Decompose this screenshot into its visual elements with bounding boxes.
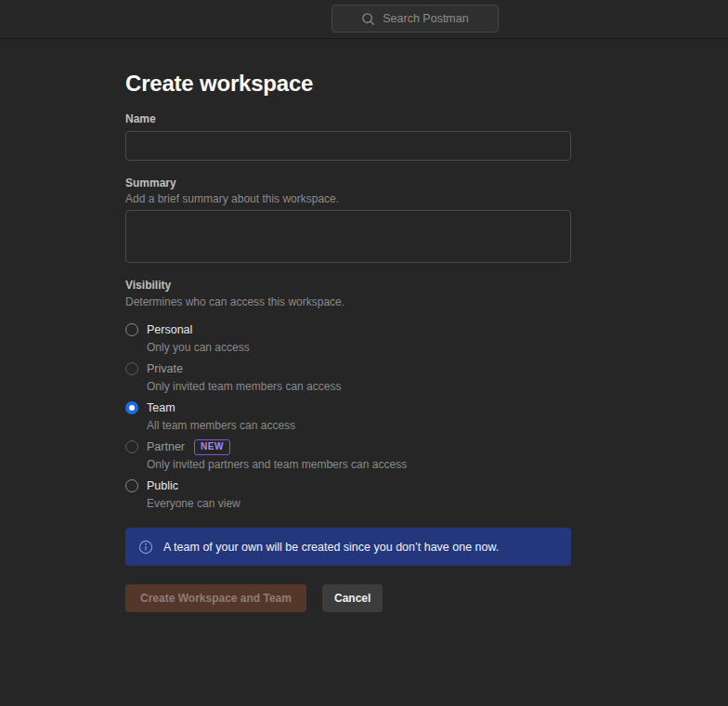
radio-private[interactable]	[125, 362, 138, 375]
option-label: Team	[147, 400, 176, 415]
create-workspace-and-team-button[interactable]: Create Workspace and Team	[125, 584, 306, 612]
option-description: Everyone can view	[147, 497, 571, 511]
visibility-label: Visibility	[125, 279, 571, 293]
summary-field[interactable]	[125, 210, 571, 263]
top-bar: Search Postman	[0, 0, 728, 39]
option-description: Only invited team members can access	[147, 380, 571, 394]
radio-team-selected[interactable]	[125, 401, 138, 414]
visibility-option-public[interactable]: Public Everyone can view	[125, 478, 571, 511]
option-description: Only you can access	[147, 341, 571, 355]
option-description: Only invited partners and team members c…	[147, 458, 571, 472]
visibility-options: Personal Only you can access Private Onl…	[125, 322, 571, 511]
visibility-option-private[interactable]: Private Only invited team members can ac…	[125, 361, 571, 394]
option-label: Partner	[147, 439, 185, 454]
visibility-option-partner[interactable]: Partner NEW Only invited partners and te…	[125, 439, 571, 472]
team-creation-notice: A team of your own will be created since…	[125, 528, 571, 566]
visibility-option-personal[interactable]: Personal Only you can access	[125, 322, 571, 355]
option-description: All team members can access	[147, 419, 571, 433]
name-field[interactable]	[125, 131, 571, 161]
radio-personal[interactable]	[125, 323, 138, 336]
summary-label: Summary	[125, 176, 571, 190]
visibility-option-team[interactable]: Team All team members can access	[125, 400, 571, 433]
option-label: Public	[147, 478, 178, 493]
visibility-helper: Determines who can access this workspace…	[125, 295, 571, 309]
option-label: Personal	[147, 322, 192, 337]
form-actions: Create Workspace and Team Cancel	[125, 584, 571, 612]
search-icon	[361, 12, 375, 26]
search-placeholder: Search Postman	[383, 12, 468, 25]
radio-public[interactable]	[125, 479, 138, 492]
option-label: Private	[147, 361, 183, 376]
summary-helper: Add a brief summary about this workspace…	[125, 192, 571, 206]
notice-text: A team of your own will be created since…	[163, 541, 499, 554]
name-label: Name	[125, 112, 571, 126]
info-icon	[138, 540, 153, 555]
page-title: Create workspace	[125, 71, 571, 97]
create-workspace-page: Create workspace Name Summary Add a brie…	[0, 39, 728, 612]
cancel-button[interactable]: Cancel	[322, 584, 383, 612]
new-badge: NEW	[194, 439, 230, 455]
radio-partner[interactable]	[125, 440, 138, 453]
search-input[interactable]: Search Postman	[332, 5, 499, 33]
